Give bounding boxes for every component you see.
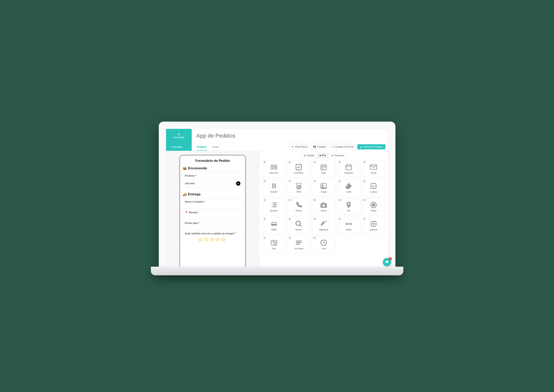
save-publish-button[interactable]: ☁Guardar & Publicar (357, 144, 385, 149)
info-icon[interactable]: i (289, 161, 291, 163)
info-icon[interactable]: i (338, 199, 341, 201)
add-item-row[interactable]: Add item + (183, 179, 242, 188)
category-default[interactable]: ⚙Padrão (301, 153, 317, 158)
widget-label: Search (295, 228, 302, 231)
info-icon[interactable]: i (338, 161, 341, 163)
save-close-label: Guardar & Fechar (335, 146, 354, 148)
barcode-icon (270, 163, 278, 171)
sendto-field[interactable]: Enviar para * (183, 219, 242, 230)
widget-label: Lookup (370, 191, 377, 193)
widget-label: Checkbox (294, 172, 304, 174)
widget-rdw[interactable]: iRDW (262, 217, 285, 234)
chevron-right-icon[interactable]: 〉 (224, 145, 226, 149)
widget-pin[interactable]: iPin (337, 198, 360, 215)
phone-frame: Formulário de Pedido 📦 Encomenda Produto… (179, 154, 246, 270)
pin-icon (345, 201, 352, 209)
widget-label: Date (321, 172, 326, 174)
save-close-button[interactable]: ⇥Guardar & Fechar (330, 144, 356, 149)
star-icon[interactable]: ★ (210, 237, 215, 242)
package-icon: 📦 (183, 166, 187, 170)
brand-logo[interactable]: ❀ moreapp (166, 129, 192, 143)
star-icon: ★ (331, 154, 333, 157)
info-icon[interactable]: i (363, 218, 366, 220)
info-icon[interactable]: i (338, 180, 341, 182)
textarea-icon (295, 239, 303, 246)
info-icon[interactable]: i (313, 180, 316, 182)
widget-time[interactable]: iTime (312, 236, 335, 253)
info-icon[interactable]: i (363, 180, 366, 182)
info-icon[interactable]: i (263, 199, 266, 201)
widget-slider[interactable]: iSlider (337, 217, 360, 234)
widget-signature[interactable]: iSignature (312, 217, 335, 234)
widget-label[interactable]: iLabel (337, 179, 360, 196)
widget-textarea[interactable]: iText Area (287, 236, 310, 253)
svg-rect-30 (296, 240, 302, 241)
info-icon[interactable]: i (313, 199, 316, 201)
tab-email[interactable]: Email (212, 143, 219, 150)
lookup-icon (370, 182, 377, 190)
photo-icon (320, 201, 327, 209)
widget-date[interactable]: iDate (312, 160, 335, 177)
image-icon (320, 182, 327, 190)
widget-radio[interactable]: iRadio (362, 198, 385, 215)
info-icon[interactable]: i (263, 180, 266, 182)
dashboard-icon: ⚙ (304, 154, 306, 157)
preview-label: Vista Prévia (295, 146, 307, 148)
svg-rect-23 (273, 204, 277, 205)
info-icon[interactable]: i (313, 218, 316, 220)
widget-subform[interactable]: iSubform (362, 217, 385, 234)
laptop-frame: ❀ moreapp App de Pedidos ← Cancelar Widg… (159, 122, 395, 271)
star-icon[interactable]: ★ (221, 237, 227, 242)
save-button[interactable]: 💾Guardar (311, 144, 328, 149)
widget-barcode[interactable]: iBarcode (262, 160, 285, 177)
main-area: Formulário de Pedido 📦 Encomenda Produto… (166, 151, 388, 270)
svg-rect-9 (322, 167, 323, 168)
sendto-label: Enviar para * (185, 222, 199, 224)
widget-photo[interactable]: iPhoto (312, 198, 335, 215)
rating-stars[interactable]: ★★★★★ (185, 235, 241, 243)
star-icon[interactable]: ★ (204, 237, 210, 242)
info-icon[interactable]: i (313, 161, 316, 163)
widget-search[interactable]: iSearch (287, 217, 310, 234)
time-icon (320, 239, 327, 246)
star-icon[interactable]: ★ (198, 237, 204, 242)
info-icon[interactable]: i (263, 237, 266, 239)
widget-checkbox[interactable]: iCheckbox (287, 160, 310, 177)
cancel-button[interactable]: ← Cancelar (166, 143, 192, 151)
address-field[interactable]: 📍 Morada * (183, 209, 242, 220)
info-icon[interactable]: i (263, 218, 266, 220)
svg-rect-2 (273, 165, 273, 169)
info-icon[interactable]: i (289, 180, 291, 182)
widget-text[interactable]: iText (262, 236, 285, 253)
info-icon[interactable]: i (289, 199, 291, 201)
widget-datetime[interactable]: iDatetime (337, 160, 360, 177)
widget-lookup[interactable]: iLookup (362, 179, 385, 196)
category-pro[interactable]: ✿Pro (317, 153, 329, 158)
plus-icon: + (236, 181, 241, 186)
info-icon[interactable]: i (289, 237, 291, 239)
widget-label: Html (297, 191, 301, 193)
widget-header[interactable]: iBHeader (262, 179, 285, 196)
info-icon[interactable]: i (363, 161, 366, 163)
info-icon[interactable]: i (289, 218, 291, 220)
slider-icon (345, 220, 352, 228)
widget-phone[interactable]: iPhone (287, 198, 310, 215)
tab-widgets[interactable]: Widgets (196, 143, 207, 151)
widget-number[interactable]: i123Number (262, 198, 285, 215)
category-favorites[interactable]: ★Favoritos (329, 153, 347, 158)
label-icon (345, 182, 352, 190)
address-label: Morada * (189, 211, 199, 214)
widget-email[interactable]: iEmail (362, 160, 385, 177)
preview-button[interactable]: 👁Vista Prévia (289, 144, 310, 149)
info-icon[interactable]: i (263, 161, 266, 163)
widget-html[interactable]: iHtml (287, 179, 310, 196)
info-icon[interactable]: i (313, 237, 316, 239)
info-icon[interactable]: i (338, 218, 341, 220)
widget-label: Image (321, 191, 327, 193)
widget-label: Number (270, 210, 278, 212)
widget-image[interactable]: iImage (312, 179, 335, 196)
fullname-field[interactable]: Nome Completo * (183, 198, 242, 209)
svg-rect-1 (272, 165, 273, 169)
info-icon[interactable]: i (363, 199, 366, 201)
star-icon[interactable]: ★ (215, 237, 221, 242)
